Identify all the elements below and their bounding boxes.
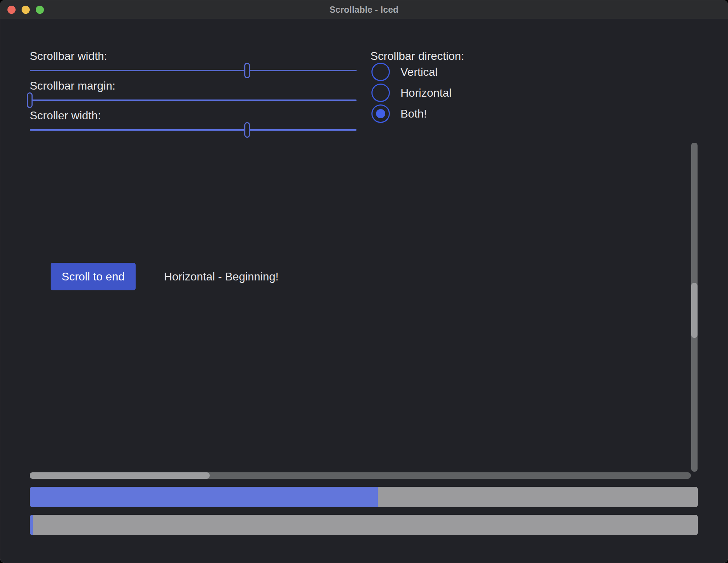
close-button[interactable] bbox=[7, 6, 16, 14]
radio-option-both[interactable]: Both! bbox=[371, 104, 427, 123]
vertical-scrollbar-track[interactable] bbox=[691, 143, 698, 472]
titlebar: Scrollable - Iced bbox=[0, 0, 728, 19]
app-window: Scrollable - Iced Scrollbar width: Scrol… bbox=[0, 0, 728, 563]
zoom-button[interactable] bbox=[36, 6, 44, 14]
window-controls bbox=[7, 0, 44, 19]
slider-handle[interactable] bbox=[244, 122, 250, 138]
vertical-scrollbar-thumb[interactable] bbox=[691, 283, 698, 338]
scrollbar-margin-slider[interactable] bbox=[30, 92, 357, 108]
slider-rail[interactable] bbox=[30, 99, 357, 101]
minimize-button[interactable] bbox=[22, 6, 30, 14]
radio-label: Both! bbox=[400, 107, 427, 120]
scrollbar-width-label: Scrollbar width: bbox=[30, 49, 107, 63]
scroller-width-slider[interactable] bbox=[30, 122, 357, 138]
horizontal-scrollbar-track[interactable] bbox=[30, 472, 691, 479]
scrollbar-width-slider[interactable] bbox=[30, 63, 357, 78]
scroller-width-label: Scroller width: bbox=[30, 108, 101, 123]
scrollbar-direction-label: Scrollbar direction: bbox=[370, 49, 464, 63]
scroll-to-end-button[interactable]: Scroll to end bbox=[51, 263, 136, 290]
radio-label: Vertical bbox=[400, 66, 438, 79]
radio-option-horizontal[interactable]: Horizontal bbox=[371, 83, 451, 102]
slider-rail[interactable] bbox=[30, 70, 357, 71]
radio-dot bbox=[376, 109, 385, 118]
progress-bar-1 bbox=[30, 487, 698, 507]
radio-circle-icon[interactable] bbox=[371, 84, 390, 102]
radio-circle-icon[interactable] bbox=[371, 104, 390, 123]
window-title: Scrollable - Iced bbox=[329, 5, 398, 15]
slider-rail[interactable] bbox=[30, 129, 357, 131]
progress-bar-1-fill bbox=[30, 487, 378, 507]
radio-circle-icon[interactable] bbox=[371, 63, 390, 81]
slider-handle[interactable] bbox=[244, 63, 250, 78]
scroll-status-text: Horizontal - Beginning! bbox=[164, 269, 279, 284]
scrollbar-margin-label: Scrollbar margin: bbox=[30, 79, 115, 93]
progress-bar-2 bbox=[30, 515, 698, 535]
radio-label: Horizontal bbox=[400, 86, 451, 99]
progress-bar-2-fill bbox=[30, 515, 33, 535]
slider-handle[interactable] bbox=[27, 92, 33, 108]
horizontal-scrollbar-thumb[interactable] bbox=[30, 472, 210, 479]
radio-option-vertical[interactable]: Vertical bbox=[371, 62, 438, 81]
